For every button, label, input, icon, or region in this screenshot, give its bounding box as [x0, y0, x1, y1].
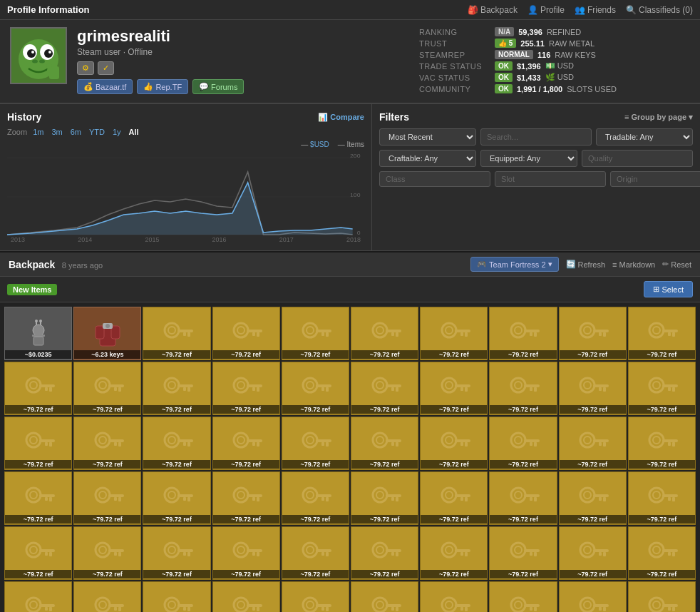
item-cell[interactable]: ~79.72 ref — [73, 362, 141, 415]
item-cell[interactable]: ~79.72 ref — [351, 581, 418, 612]
item-cell[interactable]: ~79.72 ref — [489, 417, 557, 470]
zoom-1y[interactable]: 1y — [110, 127, 123, 137]
item-cell[interactable]: ~79.72 ref — [420, 307, 488, 360]
item-cell[interactable]: ~79.72 ref — [351, 307, 418, 360]
slot-input[interactable] — [495, 171, 606, 187]
item-cell[interactable]: ~79.72 ref — [143, 307, 210, 360]
filter-tradable[interactable]: Tradable: Any Tradable Non-Tradable — [596, 128, 693, 146]
filter-craftable[interactable]: Craftable: Any Craftable Non-Craftable — [379, 150, 476, 167]
zoom-ytd[interactable]: YTD — [87, 127, 107, 137]
item-cell[interactable]: ~79.72 ref — [4, 417, 72, 470]
zoom-3m[interactable]: 3m — [49, 127, 64, 137]
item-cell[interactable]: ~79.72 ref — [212, 471, 280, 525]
item-cell[interactable]: ~6.23 keys — [73, 307, 141, 360]
svg-point-167 — [649, 433, 664, 447]
item-cell[interactable]: ~79.72 ref — [628, 471, 696, 525]
item-cell[interactable]: ~79.72 ref — [559, 307, 627, 360]
svg-rect-130 — [118, 442, 121, 447]
item-cell[interactable]: ~79.72 ref — [420, 581, 488, 612]
class-input[interactable] — [379, 171, 490, 187]
refresh-button[interactable]: 🔄 Refresh — [566, 260, 606, 269]
item-cell[interactable]: ~79.72 ref — [73, 526, 141, 580]
item-cell[interactable]: ~79.72 ref — [489, 307, 557, 360]
item-cell[interactable]: ~79.72 ref — [212, 581, 280, 612]
item-cell[interactable]: ~79.72 ref — [4, 362, 72, 415]
item-cell[interactable]: ~79.72 ref — [489, 362, 557, 415]
zoom-all[interactable]: All — [127, 127, 141, 137]
item-cell[interactable]: ~79.72 ref — [420, 417, 488, 470]
item-cell[interactable]: ~79.72 ref — [351, 362, 418, 415]
item-cell[interactable]: ~79.72 ref — [628, 417, 696, 470]
item-cell[interactable]: ~79.72 ref — [489, 526, 557, 580]
zoom-6m[interactable]: 6m — [68, 127, 83, 137]
svg-point-263 — [584, 546, 591, 554]
item-cell[interactable]: ~79.72 ref — [143, 417, 210, 470]
item-cell[interactable]: ~79.72 ref — [4, 581, 72, 612]
item-cell[interactable]: ~79.72 ref — [351, 417, 418, 470]
item-cell[interactable]: ~79.72 ref — [73, 417, 141, 470]
item-cell[interactable]: ~$0.0235 — [4, 307, 72, 360]
nav-friends[interactable]: 👥 Friends — [575, 5, 616, 15]
item-cell[interactable]: ~79.72 ref — [628, 581, 696, 612]
item-cell[interactable]: ~79.72 ref — [489, 471, 557, 525]
item-cell[interactable]: ~79.72 ref — [559, 471, 627, 525]
compare-button[interactable]: 📊 Compare — [318, 113, 364, 122]
item-cell[interactable]: ~79.72 ref — [212, 307, 280, 360]
nav-classifieds[interactable]: 🔍 Classifieds (0) — [626, 5, 693, 15]
item-cell[interactable]: ~79.72 ref — [559, 526, 627, 580]
item-cell[interactable]: ~79.72 ref — [420, 362, 488, 415]
item-cell[interactable]: ~79.72 ref — [559, 417, 627, 470]
quality-input[interactable] — [582, 150, 693, 167]
item-cell[interactable]: ~79.72 ref — [351, 471, 418, 525]
item-cell[interactable]: ~79.72 ref — [420, 471, 488, 525]
reset-button[interactable]: ✏ Reset — [662, 260, 691, 269]
item-cell[interactable]: ~79.72 ref — [282, 526, 349, 580]
forums-link[interactable]: 💬 Forums — [192, 79, 244, 94]
item-cell[interactable]: ~79.72 ref — [282, 307, 349, 360]
filter-equipped[interactable]: Equipped: Any Equipped Not Equipped — [480, 150, 577, 167]
nav-profile[interactable]: 👤 Profile — [527, 5, 565, 15]
item-price: ~79.72 ref — [629, 570, 695, 578]
item-cell[interactable]: ~79.72 ref — [4, 526, 72, 580]
svg-point-272 — [26, 598, 41, 612]
svg-point-172 — [26, 488, 41, 502]
svg-point-188 — [237, 491, 245, 499]
svg-rect-140 — [257, 442, 259, 447]
item-cell[interactable]: ~79.72 ref — [351, 526, 418, 580]
search-input[interactable] — [480, 128, 592, 146]
item-cell[interactable]: ~79.72 ref — [489, 581, 557, 612]
zoom-1m[interactable]: 1m — [31, 127, 46, 137]
group-by-button[interactable]: ≡ Group by page ▾ — [624, 113, 693, 122]
item-cell[interactable]: ~79.72 ref — [73, 471, 141, 525]
item-cell[interactable]: ~79.72 ref — [143, 471, 210, 525]
item-cell[interactable]: ~79.72 ref — [420, 526, 488, 580]
item-cell[interactable]: ~79.72 ref — [559, 362, 627, 415]
item-cell[interactable]: ~79.72 ref — [628, 362, 696, 415]
item-cell[interactable]: ~79.72 ref — [143, 581, 210, 612]
filter-most-recent[interactable]: Most Recent Oldest Price: High Price: Lo… — [379, 128, 476, 146]
item-cell[interactable]: ~79.72 ref — [282, 471, 349, 525]
item-cell[interactable]: ~79.72 ref — [559, 581, 627, 612]
item-cell[interactable]: ~79.72 ref — [143, 362, 210, 415]
reptf-link[interactable]: 👍 Rep.TF — [137, 79, 188, 94]
svg-rect-11 — [47, 68, 51, 76]
item-cell[interactable]: ~79.72 ref — [212, 417, 280, 470]
item-cell[interactable]: ~79.72 ref — [282, 417, 349, 470]
item-cell[interactable]: ~79.72 ref — [4, 471, 72, 525]
game-select-button[interactable]: 🎮 Team Fortress 2 ▾ — [470, 257, 558, 272]
item-cell[interactable]: ~79.72 ref — [212, 362, 280, 415]
origin-input[interactable] — [610, 171, 700, 187]
item-cell[interactable]: ~79.72 ref — [73, 581, 141, 612]
nav-backpack[interactable]: 🎒 Backpack — [468, 5, 518, 15]
markdown-button[interactable]: ≡ Markdown — [612, 260, 655, 269]
item-cell[interactable]: ~79.72 ref — [143, 526, 210, 580]
bazaar-link[interactable]: 💰 Bazaar.tf — [77, 79, 133, 94]
item-cell[interactable]: ~79.72 ref — [628, 526, 696, 580]
stat-badge-trade: OK — [495, 61, 513, 71]
select-button[interactable]: ⊞ Select — [644, 281, 693, 297]
item-cell[interactable]: ~79.72 ref — [212, 526, 280, 580]
item-cell[interactable]: ~79.72 ref — [628, 307, 696, 360]
svg-point-197 — [373, 488, 387, 502]
item-cell[interactable]: ~79.72 ref — [282, 362, 349, 415]
item-cell[interactable]: ~79.72 ref — [282, 581, 349, 612]
